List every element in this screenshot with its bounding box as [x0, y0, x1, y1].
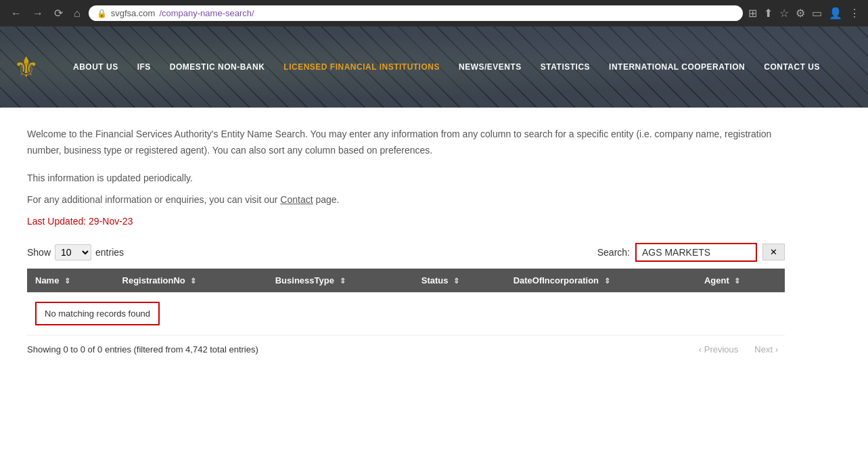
table-header-row: Name ⇕ RegistrationNo ⇕ BusinessType ⇕ S… [27, 269, 785, 292]
updated-periodic-text: This information is updated periodically… [27, 173, 785, 183]
no-records-message: No matching records found [35, 302, 160, 325]
url-path: /company-name-search/ [159, 8, 254, 18]
table-controls: Show 10 25 50 100 entries Search: ✕ [27, 243, 785, 262]
last-updated-label: Last Updated: [27, 216, 86, 227]
col-business-type[interactable]: BusinessType ⇕ [267, 269, 413, 292]
back-button[interactable]: ← [8, 6, 24, 21]
showing-entries-text: Showing 0 to 0 of 0 entries (filtered fr… [27, 344, 258, 354]
nav-item-licensed-fi[interactable]: LICENSED FINANCIAL INSTITUTIONS [274, 58, 449, 76]
browser-action-icons: ⊞ ⬆ ☆ ⚙ ▭ 👤 ⋮ [748, 7, 860, 20]
nav-item-international-cooperation[interactable]: INTERNATIONAL COOPERATION [599, 58, 754, 76]
intro-paragraph: Welcome to the Financial Services Author… [27, 127, 785, 159]
home-button[interactable]: ⌂ [71, 6, 83, 21]
navigation-menu: ABOUT US IFS DOMESTIC NON-BANK LICENSED … [64, 58, 854, 76]
no-records-cell: No matching records found [27, 292, 785, 336]
logo-area[interactable]: ⚜ [14, 51, 43, 84]
col-agent[interactable]: Agent ⇕ [696, 269, 785, 292]
contact-line: For any additional information or enquir… [27, 194, 785, 205]
tab-icon[interactable]: ▭ [812, 7, 822, 20]
contact-link[interactable]: Contact [280, 194, 313, 205]
sort-icon-status: ⇕ [453, 277, 459, 285]
sort-icon-reg: ⇕ [190, 277, 196, 285]
entries-label: entries [95, 247, 124, 258]
nav-item-news-events[interactable]: NEWS/EVENTS [449, 58, 531, 76]
col-date[interactable]: DateOfIncorporation ⇕ [505, 269, 696, 292]
contact-suffix: page. [315, 194, 339, 205]
profile-icon[interactable]: 👤 [829, 7, 842, 20]
contact-prefix: For any additional information or enquir… [27, 194, 277, 205]
search-clear-button[interactable]: ✕ [762, 244, 785, 260]
reload-button[interactable]: ⟳ [51, 5, 66, 21]
sort-icon-agent: ⇕ [734, 277, 740, 285]
share-icon[interactable]: ⬆ [764, 7, 773, 20]
browser-chrome: ← → ⟳ ⌂ 🔒 svgfsa.com /company-name-searc… [0, 0, 868, 26]
show-label: Show [27, 247, 51, 258]
pagination: ‹ Previous Next › [692, 342, 785, 357]
data-table: Name ⇕ RegistrationNo ⇕ BusinessType ⇕ S… [27, 269, 785, 336]
last-updated: Last Updated: 29-Nov-23 [27, 216, 785, 227]
last-updated-value: 29-Nov-23 [89, 216, 133, 227]
sort-icon-date: ⇕ [604, 277, 610, 285]
url-base: svgfsa.com [111, 8, 156, 18]
nav-item-statistics[interactable]: STATISTICS [531, 58, 599, 76]
search-input[interactable] [635, 243, 757, 262]
nav-item-contact-us[interactable]: CONTACT US [754, 58, 829, 76]
menu-icon[interactable]: ⋮ [849, 7, 860, 20]
search-label: Search: [597, 247, 630, 258]
lock-icon: 🔒 [97, 9, 107, 18]
table-footer: Showing 0 to 0 of 0 entries (filtered fr… [27, 342, 785, 357]
nav-item-about-us[interactable]: ABOUT US [64, 58, 128, 76]
nav-item-ifs[interactable]: IFS [128, 58, 160, 76]
nav-item-domestic-non-bank[interactable]: DOMESTIC NON-BANK [160, 58, 275, 76]
extension-icon[interactable]: ⚙ [796, 7, 805, 20]
next-button[interactable]: Next › [748, 342, 785, 357]
address-bar[interactable]: 🔒 svgfsa.com /company-name-search/ [89, 5, 743, 21]
main-content: Welcome to the Financial Services Author… [0, 108, 812, 375]
screenshot-icon[interactable]: ⊞ [748, 7, 757, 20]
forward-button[interactable]: → [30, 6, 46, 21]
show-entries-control: Show 10 25 50 100 entries [27, 244, 124, 260]
previous-button[interactable]: ‹ Previous [692, 342, 746, 357]
sort-icon-name: ⇕ [64, 277, 70, 285]
logo-icon: ⚜ [14, 51, 39, 84]
col-reg-no[interactable]: RegistrationNo ⇕ [114, 269, 267, 292]
sort-icon-biz: ⇕ [340, 277, 346, 285]
col-name[interactable]: Name ⇕ [27, 269, 114, 292]
col-status[interactable]: Status ⇕ [413, 269, 505, 292]
entries-select[interactable]: 10 25 50 100 [55, 244, 91, 260]
table-row-no-records: No matching records found [27, 292, 785, 336]
bookmark-icon[interactable]: ☆ [779, 7, 789, 20]
search-area: Search: ✕ [597, 243, 785, 262]
site-header: ⚜ ABOUT US IFS DOMESTIC NON-BANK LICENSE… [0, 26, 868, 108]
